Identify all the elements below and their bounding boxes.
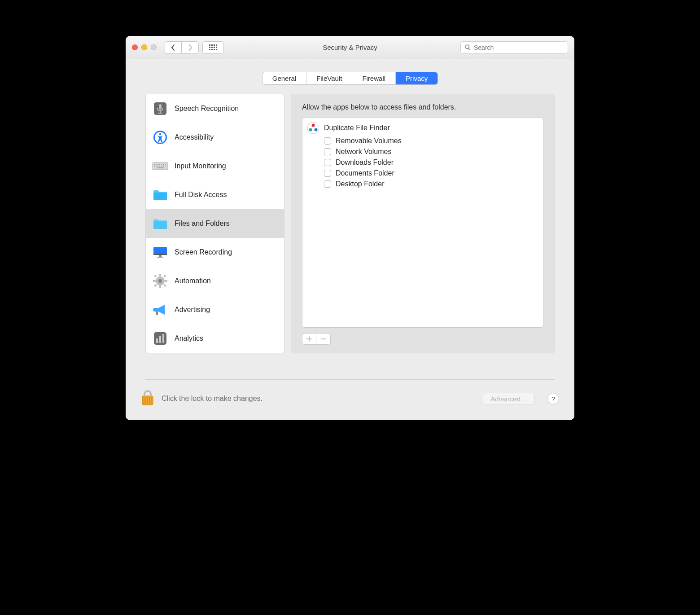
svg-rect-28 — [156, 166, 157, 167]
add-button[interactable] — [302, 333, 316, 345]
svg-rect-5 — [211, 47, 213, 48]
accessibility-icon — [152, 129, 168, 145]
lock-text: Click the lock to make changes. — [162, 395, 262, 403]
svg-rect-11 — [216, 49, 217, 50]
svg-rect-50 — [154, 284, 157, 287]
svg-rect-26 — [165, 164, 166, 165]
permission-checkbox[interactable] — [324, 137, 331, 145]
permission-row: Network Volumes — [324, 148, 538, 156]
nav-buttons — [165, 41, 199, 54]
sidebar-item-advertising[interactable]: Advertising — [146, 295, 284, 324]
search-field[interactable] — [460, 41, 568, 54]
sidebar-item-label: Advertising — [175, 306, 210, 314]
svg-rect-29 — [158, 166, 158, 167]
svg-rect-40 — [157, 257, 163, 258]
forward-button[interactable] — [182, 41, 199, 54]
help-button[interactable]: ? — [547, 393, 559, 404]
app-row: Duplicate File Finder — [307, 122, 538, 134]
plus-icon — [306, 336, 312, 342]
svg-rect-32 — [163, 166, 164, 167]
svg-rect-25 — [163, 164, 164, 165]
permission-row: Documents Folder — [324, 169, 538, 177]
permission-label: Desktop Folder — [336, 180, 385, 188]
svg-point-57 — [312, 124, 315, 127]
sidebar-item-analytics[interactable]: Analytics — [146, 324, 284, 353]
show-all-button[interactable] — [202, 41, 224, 54]
svg-rect-51 — [156, 312, 158, 315]
sidebar-item-files-and-folders[interactable]: Files and Folders — [146, 209, 284, 238]
close-window-button[interactable] — [132, 44, 138, 50]
svg-rect-43 — [159, 274, 161, 277]
tab-privacy[interactable]: Privacy — [396, 72, 438, 84]
svg-rect-14 — [160, 111, 161, 113]
app-icon — [307, 122, 319, 134]
minus-icon — [321, 336, 326, 342]
svg-rect-10 — [214, 49, 215, 50]
svg-rect-1 — [211, 44, 213, 46]
svg-rect-53 — [156, 338, 158, 343]
svg-rect-60 — [321, 338, 326, 339]
sidebar-item-accessibility[interactable]: Accessibility — [146, 123, 284, 152]
svg-rect-39 — [159, 255, 162, 257]
bars-icon — [152, 330, 168, 347]
folder-icon — [152, 215, 168, 232]
svg-rect-22 — [158, 164, 158, 165]
svg-rect-33 — [165, 166, 166, 167]
permission-checkbox[interactable] — [324, 170, 331, 177]
megaphone-icon — [152, 302, 168, 318]
sidebar-item-input-monitoring[interactable]: Input Monitoring — [146, 152, 284, 180]
chevron-left-icon — [171, 44, 175, 51]
lock-area[interactable]: Click the lock to make changes. — [141, 390, 262, 408]
permission-checkbox[interactable] — [324, 148, 331, 155]
sidebar-item-label: Input Monitoring — [175, 162, 226, 170]
tab-filevault[interactable]: FileVault — [306, 72, 352, 84]
search-input[interactable] — [474, 44, 564, 51]
sidebar-item-speech-recognition[interactable]: Speech Recognition — [146, 94, 284, 123]
permission-row: Downloads Folder — [324, 158, 538, 167]
svg-rect-31 — [161, 166, 162, 167]
app-name: Duplicate File Finder — [324, 124, 390, 132]
sidebar-item-label: Speech Recognition — [175, 105, 239, 113]
minimize-window-button[interactable] — [141, 44, 147, 50]
sidebar-item-screen-recording[interactable]: Screen Recording — [146, 238, 284, 267]
svg-rect-8 — [209, 49, 210, 50]
folder-icon — [152, 187, 168, 203]
permission-label: Documents Folder — [336, 169, 394, 177]
sidebar-item-label: Analytics — [175, 334, 203, 343]
sidebar-item-automation[interactable]: Automation — [146, 267, 284, 295]
svg-rect-46 — [165, 280, 167, 282]
footer: Click the lock to make changes. Advanced… — [126, 380, 574, 420]
permission-label: Network Volumes — [336, 148, 392, 156]
titlebar: Security & Privacy — [126, 36, 574, 59]
back-button[interactable] — [165, 41, 182, 54]
permission-checkbox[interactable] — [324, 159, 331, 166]
traffic-lights — [132, 44, 157, 50]
svg-rect-24 — [161, 164, 162, 165]
svg-rect-30 — [159, 166, 160, 167]
add-remove-group — [302, 333, 543, 345]
svg-rect-7 — [216, 47, 217, 48]
svg-rect-20 — [154, 164, 155, 165]
sidebar-item-label: Screen Recording — [175, 248, 232, 256]
svg-rect-48 — [163, 284, 166, 287]
tab-general[interactable]: General — [262, 72, 306, 84]
permission-row: Desktop Folder — [324, 180, 538, 188]
permission-label: Removable Volumes — [336, 137, 402, 145]
svg-rect-6 — [214, 47, 215, 48]
svg-point-58 — [309, 128, 312, 132]
sidebar-item-full-disk-access[interactable]: Full Disk Access — [146, 180, 284, 209]
zoom-window-button[interactable] — [151, 44, 157, 50]
advanced-button[interactable]: Advanced… — [483, 393, 535, 405]
svg-rect-44 — [159, 286, 161, 288]
svg-rect-45 — [153, 280, 156, 282]
search-icon — [464, 44, 471, 51]
svg-rect-2 — [214, 44, 215, 46]
svg-rect-54 — [159, 336, 161, 343]
remove-button[interactable] — [316, 333, 331, 345]
svg-rect-4 — [209, 47, 210, 48]
svg-rect-36 — [153, 221, 167, 229]
svg-rect-27 — [154, 166, 155, 167]
display-icon — [152, 244, 168, 260]
tab-firewall[interactable]: Firewall — [352, 72, 396, 84]
permission-checkbox[interactable] — [324, 180, 331, 188]
